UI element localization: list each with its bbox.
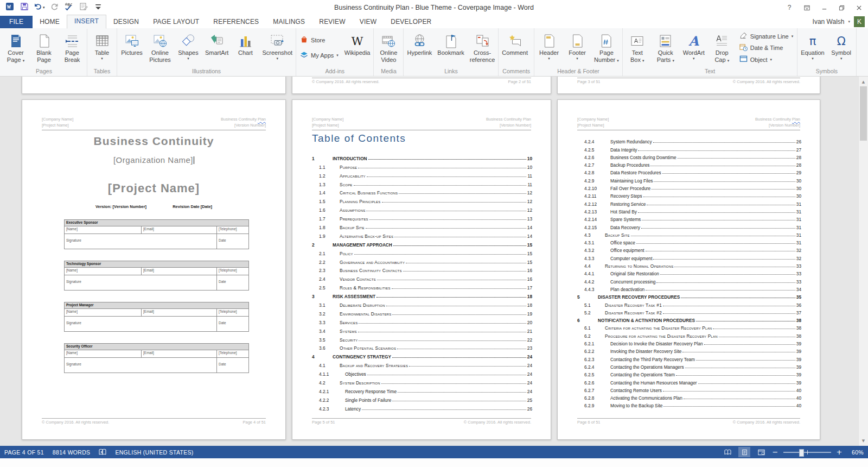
redo-button[interactable] <box>48 2 61 13</box>
tab-insert[interactable]: INSERT <box>67 15 106 29</box>
store-button[interactable]: Store <box>300 35 325 46</box>
pictures-button[interactable]: Pictures <box>118 29 146 67</box>
table-icon <box>95 31 110 48</box>
undo-button[interactable]: ▾ <box>33 2 46 13</box>
object-button[interactable]: Object▾ <box>739 54 772 65</box>
zoom-slider[interactable] <box>783 452 831 453</box>
online-pictures-button[interactable]: OnlinePictures <box>146 29 174 67</box>
scrollbar-thumb[interactable] <box>860 86 867 141</box>
cover-version-row: Version: [Version Number] Revision Date … <box>22 204 285 209</box>
toc-entry: 6.2.3Contacting the Third Party Recovery… <box>577 354 801 362</box>
help-button[interactable]: ? <box>782 2 796 14</box>
header-button[interactable]: Header▾ <box>535 29 563 67</box>
dropdown-icon: ▾ <box>569 56 586 61</box>
toc-entry: 4.2.3Latency26 <box>312 403 532 412</box>
page-break-button[interactable]: PageBreak <box>58 29 86 67</box>
tab-mailings[interactable]: MAILINGS <box>266 16 312 28</box>
pictures-icon <box>125 31 139 48</box>
toc-dot-leader <box>653 258 795 260</box>
zoom-slider-thumb[interactable] <box>799 449 804 457</box>
online-video-button[interactable]: OnlineVideo <box>374 29 403 67</box>
scroll-down-icon[interactable]: ▼ <box>859 437 868 445</box>
tab-page-layout[interactable]: PAGE LAYOUT <box>146 16 206 28</box>
cross-reference-button[interactable]: Cross-reference <box>467 29 497 67</box>
date-cell: Date <box>217 317 249 332</box>
zoom-out-button[interactable]: − <box>772 449 778 456</box>
signatory-tables: Executive Sponsor[Name][Email][Telephone… <box>64 219 249 384</box>
document-page-6-toc[interactable]: [Company Name] [Project Name] Business C… <box>557 99 820 440</box>
text-box-button[interactable]: TextBox ▾ <box>623 29 652 67</box>
dropdown-icon: ▾ <box>801 56 824 61</box>
cover-organization: [Organization Name] <box>22 155 285 165</box>
toc-dot-leader <box>366 210 526 211</box>
toc-dot-leader <box>650 165 795 166</box>
zoom-level[interactable]: 60% <box>847 449 864 456</box>
cover-page-button[interactable]: CoverPage ▾ <box>2 29 30 67</box>
qat-customize-button[interactable] <box>92 2 105 13</box>
toc-dot-leader <box>676 375 795 376</box>
footer-button[interactable]: Footer▾ <box>563 29 591 67</box>
print-layout-button[interactable] <box>738 447 750 457</box>
chart-button[interactable]: Chart <box>231 29 259 67</box>
word-logo-button[interactable] <box>3 2 16 13</box>
word-count[interactable]: 8814 WORDS <box>53 449 91 456</box>
screenshot-button[interactable]: Screenshot▾ <box>259 29 295 67</box>
toc-dot-leader <box>409 365 526 367</box>
page-indicator[interactable]: PAGE 4 OF 51 <box>4 449 44 456</box>
tab-review[interactable]: REVIEW <box>312 16 353 28</box>
smartart-button[interactable]: SmartArt <box>202 29 231 67</box>
text-box-icon <box>630 31 644 48</box>
vertical-scrollbar[interactable]: ▲ ▼ <box>858 77 868 446</box>
toc-entry: 4.2.10Fail Over Procedure30 <box>577 184 801 191</box>
signature-line-button[interactable]: Signature Line▾ <box>739 31 793 42</box>
tab-view[interactable]: VIEW <box>353 16 384 28</box>
zoom-in-button[interactable]: + <box>836 449 843 456</box>
scroll-up-icon[interactable]: ▲ <box>859 78 868 86</box>
close-button[interactable] <box>852 2 866 14</box>
toc-dot-leader <box>367 374 526 375</box>
wikipedia-button[interactable]: WWikipedia <box>342 29 373 67</box>
drop-cap-button[interactable]: DropCap ▾ <box>708 29 736 67</box>
my-apps-icon <box>300 51 308 60</box>
tab-references[interactable]: REFERENCES <box>206 16 266 28</box>
my-apps-button[interactable]: My Apps▾ <box>300 50 339 61</box>
spell-check-button[interactable] <box>62 2 75 13</box>
tab-file[interactable]: FILE <box>0 16 33 28</box>
tab-design[interactable]: DESIGN <box>106 16 146 28</box>
document-page-4-cover[interactable]: [Company Name] [Project Name] Business C… <box>22 99 286 440</box>
save-button[interactable] <box>18 2 31 13</box>
document-page-2-partial: © Company 2016. All rights reserved. Pag… <box>292 77 551 94</box>
account-dropdown-icon[interactable]: ▾ <box>848 20 850 24</box>
document-page-5-toc[interactable]: [Company Name] [Project Name] Business C… <box>292 99 551 440</box>
table-section-title: Technology Sponsor <box>65 261 249 268</box>
toc-dot-leader <box>663 390 795 392</box>
screenshot-icon <box>270 31 285 48</box>
table-button[interactable]: Table▾ <box>88 29 116 67</box>
tab-developer[interactable]: DEVELOPER <box>384 16 438 28</box>
zoom-slider-notch <box>807 450 808 455</box>
equation-button[interactable]: πEquation▾ <box>798 29 827 67</box>
page-number-button[interactable]: PageNumber ▾ <box>591 29 622 67</box>
quick-parts-button[interactable]: QuickParts ▾ <box>652 29 680 67</box>
symbol-button[interactable]: ΩSymbol▾ <box>827 29 856 67</box>
date-time-button[interactable]: Date & Time <box>739 42 783 53</box>
language-indicator[interactable]: ENGLISH (UNITED STATES) <box>115 449 193 456</box>
bookmark-button[interactable]: Bookmark <box>435 29 467 67</box>
minimize-button[interactable] <box>817 2 831 14</box>
blank-page-button[interactable]: BlankPage <box>30 29 58 67</box>
web-layout-button[interactable] <box>755 447 767 457</box>
avatar[interactable]: K <box>854 16 865 27</box>
shapes-button[interactable]: Shapes▾ <box>174 29 202 67</box>
wordart-button[interactable]: AWordArt▾ <box>680 29 708 67</box>
tab-home[interactable]: HOME <box>33 16 67 28</box>
user-name[interactable]: Ivan Walsh <box>813 18 845 26</box>
edit-document-button[interactable] <box>77 2 90 13</box>
page-break-icon <box>65 31 80 48</box>
hyperlink-button[interactable]: Hyperlink <box>404 29 435 67</box>
comment-button[interactable]: Comment <box>499 29 531 67</box>
ribbon-display-options-button[interactable] <box>800 2 814 14</box>
restore-button[interactable] <box>834 2 848 14</box>
button-label: Signature Line <box>750 33 789 40</box>
read-mode-button[interactable] <box>722 447 733 457</box>
proofing-errors-icon[interactable] <box>99 449 106 456</box>
